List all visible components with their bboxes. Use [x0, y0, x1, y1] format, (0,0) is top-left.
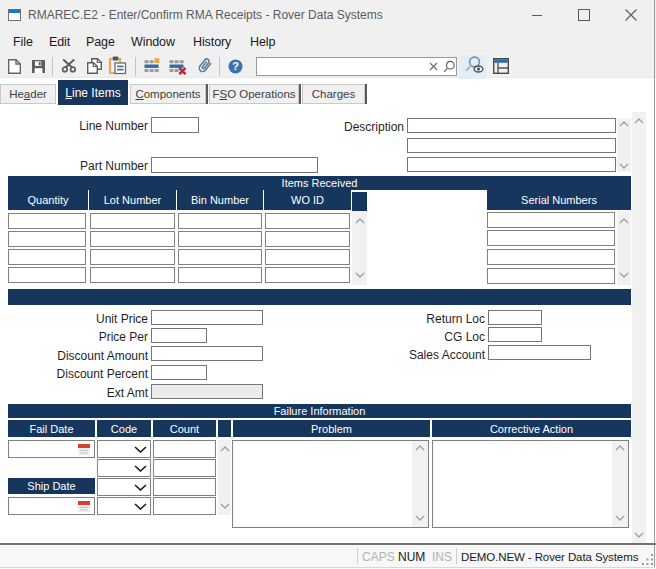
svg-text:?: ?: [232, 60, 239, 72]
